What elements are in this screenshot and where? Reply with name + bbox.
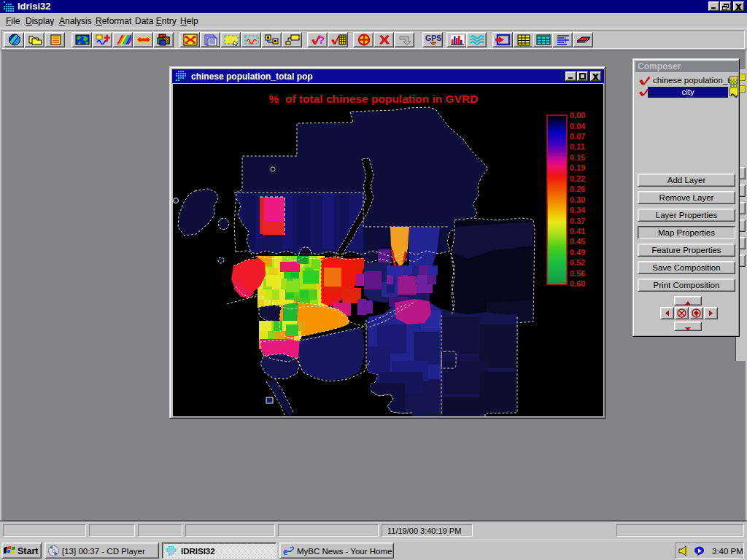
svg-text:0.04: 0.04 [570, 122, 586, 131]
svg-text:0.60: 0.60 [570, 279, 585, 288]
svg-text:0.41: 0.41 [570, 227, 585, 236]
svg-text:0.19: 0.19 [570, 163, 585, 172]
svg-text:0.30: 0.30 [570, 195, 585, 204]
svg-text:0.56: 0.56 [570, 269, 585, 278]
svg-text:0.26: 0.26 [570, 184, 585, 193]
svg-text:GPS: GPS [425, 34, 441, 42]
svg-text:0.22: 0.22 [570, 174, 585, 183]
svg-text:0.49: 0.49 [570, 248, 585, 257]
svg-text:0.00: 0.00 [570, 111, 585, 120]
svg-text:0.37: 0.37 [570, 217, 585, 225]
svg-text:% of total chinese population: % of total chinese population in GVRD [269, 93, 479, 105]
svg-text:0.11: 0.11 [570, 142, 585, 151]
svg-text:0.52: 0.52 [570, 258, 585, 267]
svg-text:0.15: 0.15 [570, 153, 585, 162]
svg-text:0.34: 0.34 [570, 206, 586, 214]
svg-text:0.45: 0.45 [570, 237, 585, 246]
svg-text:0.07: 0.07 [570, 132, 585, 141]
svg-text:?: ? [318, 34, 325, 46]
